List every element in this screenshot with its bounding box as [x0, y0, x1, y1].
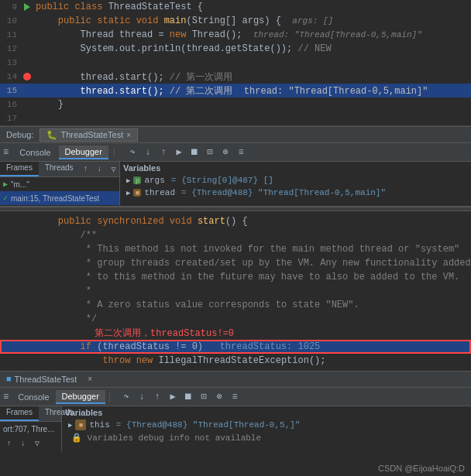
var-item-thread[interactable]: ▶ ■ thread = {Thread@488} "Thread[Thread… — [123, 187, 468, 199]
frames-panel: Frames Threads ↑ ↓ ▽ ▶ "m..." ✓ main:15,… — [0, 162, 120, 206]
code-content-11: Thread thread = new Thread(); thread: "T… — [33, 29, 471, 40]
top-sidebar-icon: ≡ — [3, 147, 9, 158]
frame-call-stack: main:15, ThreadStateTest — [11, 194, 99, 203]
frame-row-1[interactable]: ▶ "m..." — [0, 177, 119, 191]
b-frame-down[interactable]: ↓ — [17, 437, 29, 450]
watermark: CSDN @EijoaHoaiQ:D — [378, 464, 465, 473]
view-breakpoints-icon[interactable]: ⊡ — [204, 146, 216, 159]
bottom-code-area: public synchronized void start() { /** *… — [0, 211, 471, 371]
settings-icon[interactable]: ≡ — [235, 146, 247, 159]
bottom-frame-row[interactable]: ort:707, Thread (java.lan. — [0, 422, 61, 436]
b-stop-icon[interactable]: ⏹ — [182, 391, 194, 403]
code-line-10: 10 public static void main(String[] args… — [0, 14, 471, 28]
line-num-15: 15 — [0, 86, 22, 95]
var-name-args: args — [144, 176, 164, 185]
bottom-debug-name: ThreadStateTest — [15, 375, 77, 384]
var-item-args[interactable]: ▶ p args = {String[0]@487} [] — [123, 174, 468, 187]
step-out-icon[interactable]: ↑ — [157, 146, 170, 159]
bottom-line-if: if (threadStatus != 0) threadStatus: 102… — [0, 340, 471, 354]
bottom-content-3: * This method is not invoked for the mai… — [33, 244, 471, 255]
bottom-content-throw: throw new IllegalThreadStateException(); — [33, 355, 471, 366]
frames-tab[interactable]: Frames — [0, 162, 39, 176]
run-icon-9[interactable] — [22, 3, 33, 11]
bottom-line-7: * A zero status value corresponds to sta… — [0, 298, 471, 312]
b-frame-up[interactable]: ↑ — [3, 437, 15, 450]
code-line-11: 11 Thread thread = new Thread(); thread:… — [0, 28, 471, 42]
b-view-breakpoints-icon[interactable]: ⊡ — [198, 391, 210, 403]
top-debug-bar: Debug: 🐛 ThreadStateTest × — [0, 126, 471, 143]
resume-icon[interactable]: ▶ — [173, 146, 185, 159]
line-num-17: 17 — [0, 114, 22, 123]
b-settings-icon[interactable]: ≡ — [229, 391, 241, 403]
console-tab[interactable]: Console — [13, 146, 57, 159]
threads-tab[interactable]: Threads — [39, 162, 80, 176]
var-expand-thread[interactable]: ▶ — [126, 189, 130, 197]
bottom-frames-panel: Frames Threads ort:707, Thread (java.lan… — [0, 406, 62, 451]
bottom-tabs-row: ≡ Console Debugger | ↷ ↓ ↑ ▶ ⏹ ⊡ ⊗ ≡ — [0, 388, 471, 406]
code-line-17: 17 — [0, 111, 471, 125]
stop-icon[interactable]: ⏹ — [188, 146, 201, 159]
frames-tabs: Frames Threads ↑ ↓ ▽ — [0, 162, 119, 177]
line-num-14: 14 — [0, 72, 22, 81]
mute-icon[interactable]: ⊗ — [219, 146, 232, 159]
toolbar-icons: ↷ ↓ ↑ ▶ ⏹ ⊡ ⊗ ≡ — [126, 146, 247, 159]
bottom-content-1: public synchronized void start() { — [33, 216, 471, 227]
debug-tab-icon: 🐛 — [46, 130, 57, 140]
debug-tab[interactable]: 🐛 ThreadStateTest × — [40, 128, 138, 142]
bottom-line-1: public synchronized void start() { — [0, 214, 471, 228]
frame-play-icon: ▶ — [3, 180, 8, 189]
bottom-line-6: * — [0, 284, 471, 298]
b-mute-icon[interactable]: ⊗ — [213, 391, 225, 403]
debug-tab-name: ThreadStateTest — [60, 130, 123, 139]
var-icon-args: p — [133, 176, 141, 184]
bottom-debugger-main: Frames Threads ort:707, Thread (java.lan… — [0, 406, 471, 451]
var-icon-thread: ■ — [133, 189, 141, 197]
b-step-out-icon[interactable]: ↑ — [151, 391, 163, 403]
debugger-tab[interactable]: Debugger — [59, 146, 108, 159]
run-icon-14 — [22, 73, 33, 80]
bottom-var-value-this: = {Thread@488} "Thread[Thread-0,5,]" — [116, 420, 301, 430]
b-step-into-icon[interactable]: ↓ — [136, 391, 148, 403]
bottom-variables-label: Variables — [65, 408, 468, 417]
b-resume-icon[interactable]: ▶ — [167, 391, 179, 403]
frame-up-icon[interactable]: ↑ — [80, 163, 92, 176]
bottom-content-7: * A zero status value corresponds to sta… — [33, 300, 471, 310]
bottom-content-if: if (threadStatus != 0) threadStatus: 102… — [33, 341, 471, 352]
step-into-icon[interactable]: ↓ — [142, 146, 154, 159]
frame-down-icon[interactable]: ↓ — [94, 163, 106, 176]
bottom-content-2: /** — [33, 230, 471, 241]
bottom-variables-panel: Variables ▶ ■ this = {Thread@488} "Threa… — [62, 406, 471, 451]
bottom-content-5: * to this method in the future may have … — [33, 272, 471, 283]
variables-label: Variables — [123, 163, 468, 173]
bottom-var-expand-this[interactable]: ▶ — [68, 421, 72, 430]
frame-filter-icon[interactable]: ▽ — [108, 163, 120, 176]
code-line-14: 14 thread.start(); // 第一次调用 — [0, 70, 471, 84]
top-debugger-main: Frames Threads ↑ ↓ ▽ ▶ "m..." ✓ main:15,… — [0, 162, 471, 207]
frame-row-2[interactable]: ✓ main:15, ThreadStateTest — [0, 191, 119, 205]
code-line-12: 12 System.out.println(thread.getState())… — [0, 42, 471, 56]
debug-tab-close[interactable]: × — [126, 131, 131, 139]
bottom-console-tab[interactable]: Console — [12, 391, 55, 403]
line-num-12: 12 — [0, 44, 22, 53]
bottom-line-3: * This method is not invoked for the mai… — [0, 242, 471, 256]
var-name-thread: thread — [144, 188, 175, 197]
step-over-icon[interactable]: ↷ — [126, 146, 139, 159]
bottom-frames-tab[interactable]: Frames — [0, 406, 39, 421]
b-step-over-icon[interactable]: ↷ — [120, 391, 132, 403]
bottom-debug-close[interactable]: × — [88, 375, 92, 384]
bottom-var-info: 🔒 Variables debug info not available — [65, 431, 468, 443]
var-expand-args[interactable]: ▶ — [126, 176, 130, 185]
frame-label-1: "m..." — [11, 180, 29, 189]
bottom-content-8: */ — [33, 313, 471, 324]
bottom-debug-bar: ■ ThreadStateTest × — [0, 371, 471, 388]
code-line-16: 16 } — [0, 98, 471, 111]
b-frame-filter[interactable]: ▽ — [31, 437, 43, 450]
top-tabs-row: ≡ Console Debugger | ↷ ↓ ↑ ▶ ⏹ ⊡ ⊗ ≡ — [0, 143, 471, 162]
debug-label: Debug: — [6, 130, 33, 139]
bottom-line-throw: throw new IllegalThreadStateException(); — [0, 354, 471, 368]
line-num-16: 16 — [0, 100, 22, 109]
code-content-15: thread.start(); // 第二次调用 thread: "Thread… — [33, 84, 471, 98]
bottom-debugger-tab[interactable]: Debugger — [56, 390, 105, 404]
bottom-toolbar-icons: ↷ ↓ ↑ ▶ ⏹ ⊡ ⊗ ≡ — [120, 391, 241, 403]
bottom-var-this[interactable]: ▶ ■ this = {Thread@488} "Thread[Thread-0… — [65, 419, 468, 431]
